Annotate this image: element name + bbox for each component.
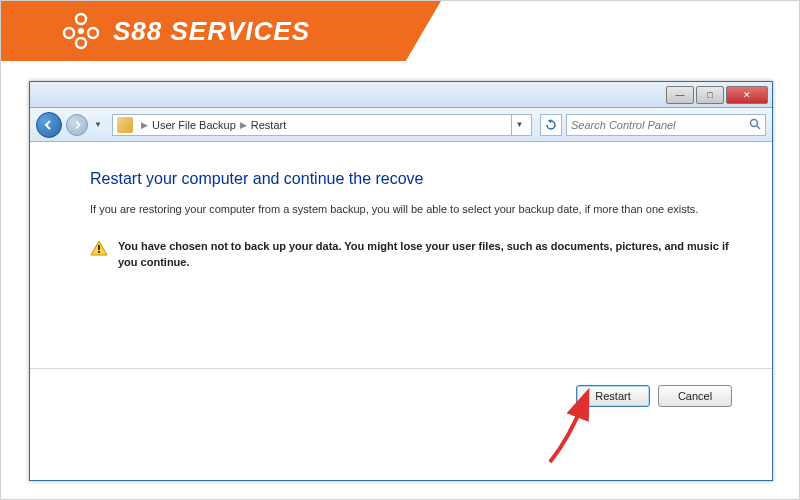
body-text: If you are restoring your computer from …: [90, 202, 732, 217]
close-button[interactable]: ✕: [726, 86, 768, 104]
cancel-button[interactable]: Cancel: [658, 385, 732, 407]
warning-icon: [90, 240, 108, 256]
folder-icon: [117, 117, 133, 133]
chevron-right-icon: ▶: [240, 120, 247, 130]
svg-point-1: [64, 28, 74, 38]
page-heading: Restart your computer and continue the r…: [90, 170, 732, 188]
svg-rect-7: [98, 245, 100, 250]
nav-history-dropdown[interactable]: ▼: [92, 114, 104, 136]
search-input[interactable]: [571, 119, 749, 131]
search-icon: [749, 118, 761, 132]
brand-name: S88 SERVICES: [113, 16, 310, 47]
window-titlebar: — □ ✕: [30, 82, 772, 108]
breadcrumb-item-restart[interactable]: Restart: [251, 119, 286, 131]
svg-line-6: [757, 126, 760, 129]
breadcrumb[interactable]: ▶ User File Backup ▶ Restart ▼: [112, 114, 532, 136]
breadcrumb-dropdown[interactable]: ▼: [511, 114, 527, 136]
navigation-bar: ▼ ▶ User File Backup ▶ Restart ▼: [30, 108, 772, 142]
brand-banner: S88 SERVICES: [1, 1, 441, 61]
restart-button[interactable]: Restart: [576, 385, 650, 407]
dialog-window: — □ ✕ ▼ ▶ User File Backup ▶ Restart ▼: [29, 81, 773, 481]
chevron-right-icon: ▶: [141, 120, 148, 130]
svg-point-5: [751, 119, 758, 126]
svg-point-3: [76, 38, 86, 48]
content-area: Restart your computer and continue the r…: [30, 142, 772, 368]
minimize-button[interactable]: —: [666, 86, 694, 104]
svg-point-2: [88, 28, 98, 38]
svg-point-4: [78, 28, 84, 34]
back-button[interactable]: [36, 112, 62, 138]
page-frame: S88 SERVICES — □ ✕ ▼ ▶ User File Backup …: [0, 0, 800, 500]
forward-button[interactable]: [66, 114, 88, 136]
brand-logo-icon: [61, 11, 101, 51]
search-box[interactable]: [566, 114, 766, 136]
svg-point-0: [76, 14, 86, 24]
svg-rect-8: [98, 251, 100, 253]
warning-text: You have chosen not to back up your data…: [118, 239, 732, 270]
warning-row: You have chosen not to back up your data…: [90, 239, 732, 270]
breadcrumb-item-backup[interactable]: User File Backup: [152, 119, 236, 131]
refresh-button[interactable]: [540, 114, 562, 136]
maximize-button[interactable]: □: [696, 86, 724, 104]
button-row: Restart Cancel: [30, 369, 772, 423]
